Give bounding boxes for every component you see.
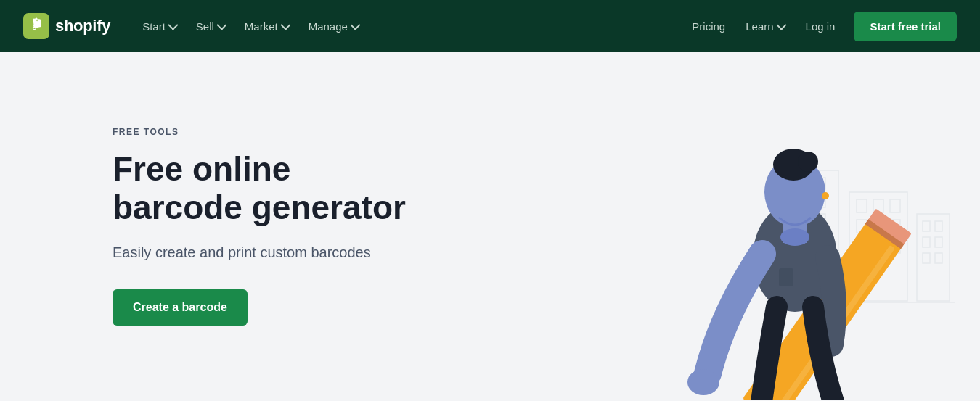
start-trial-button[interactable]: Start free trial: [854, 12, 957, 41]
svg-rect-27: [935, 237, 942, 247]
svg-rect-16: [890, 199, 900, 212]
chevron-down-icon: [280, 20, 290, 30]
nav-learn[interactable]: Learn: [737, 15, 792, 38]
svg-rect-24: [923, 221, 930, 231]
svg-rect-26: [923, 237, 930, 247]
chevron-down-icon: [168, 20, 178, 30]
nav-left-links: Start Sell Market Manage: [134, 15, 683, 38]
svg-point-44: [687, 369, 719, 395]
svg-text:s: s: [33, 22, 37, 31]
svg-rect-47: [779, 268, 793, 286]
eyebrow-label: FREE TOOLS: [113, 127, 490, 137]
svg-point-43: [780, 228, 809, 246]
create-barcode-button[interactable]: Create a barcode: [113, 289, 248, 326]
chevron-down-icon: [350, 20, 360, 30]
svg-rect-28: [923, 253, 930, 263]
logo-text: shopify: [55, 17, 110, 36]
chevron-down-icon: [216, 20, 226, 30]
hero-text-block: FREE TOOLS Free online barcode generator…: [113, 127, 490, 326]
hero-section: FREE TOOLS Free online barcode generator…: [0, 52, 980, 400]
svg-point-41: [822, 192, 829, 199]
svg-rect-25: [935, 221, 942, 231]
nav-start[interactable]: Start: [134, 15, 184, 38]
nav-right-links: Pricing Learn Log in Start free trial: [683, 12, 957, 41]
nav-manage[interactable]: Manage: [300, 15, 367, 38]
hero-content: FREE TOOLS Free online barcode generator…: [54, 127, 926, 326]
svg-rect-23: [917, 214, 950, 301]
hero-illustration: [446, 112, 955, 400]
barcode-illustration-svg: [446, 112, 955, 400]
main-navigation: s shopify Start Sell Market Manage Prici…: [0, 0, 980, 52]
nav-sell[interactable]: Sell: [187, 15, 233, 38]
shopify-logo-icon: s: [23, 13, 49, 39]
nav-pricing[interactable]: Pricing: [683, 15, 734, 38]
nav-market[interactable]: Market: [236, 15, 297, 38]
hero-title: Free online barcode generator: [113, 150, 425, 227]
svg-rect-14: [857, 199, 867, 212]
svg-point-40: [798, 152, 818, 172]
hero-subtitle: Easily create and print custom barcodes: [113, 241, 388, 263]
shopify-logo[interactable]: s shopify: [23, 13, 110, 39]
svg-rect-29: [935, 253, 942, 263]
chevron-down-icon: [776, 20, 786, 30]
login-link[interactable]: Log in: [796, 15, 846, 38]
